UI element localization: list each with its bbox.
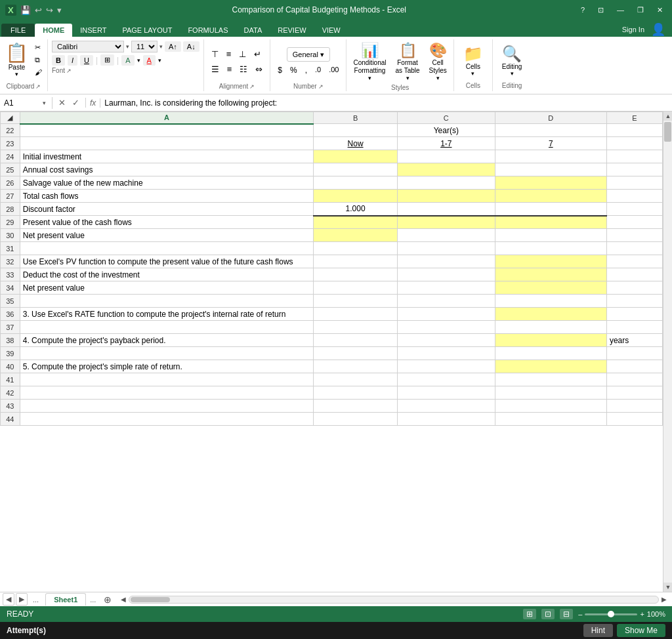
- undo-icon[interactable]: ↩: [35, 5, 42, 15]
- hint-button[interactable]: Hint: [583, 624, 613, 637]
- comma-button[interactable]: ,: [302, 64, 310, 77]
- cell-c31[interactable]: [397, 242, 495, 255]
- cell-d42[interactable]: [495, 386, 606, 400]
- zoom-track[interactable]: [585, 613, 637, 615]
- format-as-table-button[interactable]: 📋 Formatas Table ▾: [393, 41, 423, 83]
- cell-d28[interactable]: [495, 203, 606, 216]
- cell-b25[interactable]: [314, 163, 398, 176]
- align-left-button[interactable]: ☰: [208, 62, 222, 76]
- cell-d38[interactable]: [495, 334, 606, 347]
- cell-d22[interactable]: [495, 124, 606, 137]
- font-family-select[interactable]: Calibri: [52, 41, 124, 52]
- cell-e41[interactable]: [606, 373, 662, 386]
- cell-d30[interactable]: [495, 229, 606, 242]
- cut-button[interactable]: ✂: [32, 42, 45, 53]
- restore-button[interactable]: ⊡: [594, 6, 608, 14]
- close-button[interactable]: ✕: [653, 6, 667, 14]
- conditional-formatting-dropdown[interactable]: ▾: [368, 75, 371, 81]
- zoom-minus-button[interactable]: –: [578, 610, 582, 618]
- cell-e25[interactable]: [606, 163, 662, 176]
- format-painter-button[interactable]: 🖌: [32, 67, 45, 77]
- tab-view[interactable]: VIEW: [314, 24, 348, 37]
- cell-b34[interactable]: [314, 281, 398, 295]
- cell-e33[interactable]: [606, 268, 662, 281]
- cell-d37[interactable]: [495, 321, 606, 334]
- cell-b28[interactable]: 1.000: [314, 203, 398, 216]
- cell-a25[interactable]: Annual cost savings: [20, 163, 314, 176]
- add-sheet-button[interactable]: ⊕: [100, 594, 116, 605]
- page-layout-view-button[interactable]: ⊡: [541, 609, 555, 619]
- decrease-decimal-button[interactable]: .0: [312, 64, 324, 77]
- scroll-sheets-right-button[interactable]: ▶: [16, 593, 28, 606]
- cell-a28[interactable]: Discount factor: [20, 203, 314, 216]
- cell-c41[interactable]: [397, 373, 495, 386]
- cell-c33[interactable]: [397, 268, 495, 281]
- cell-b24[interactable]: [314, 150, 398, 163]
- cell-e23[interactable]: [606, 137, 662, 150]
- save-icon[interactable]: 💾: [20, 5, 31, 15]
- cell-e37[interactable]: [606, 321, 662, 334]
- cell-d39[interactable]: [495, 347, 606, 360]
- vertical-scrollbar[interactable]: ▲ ▼: [663, 112, 672, 592]
- zoom-plus-button[interactable]: +: [640, 610, 644, 618]
- cell-b43[interactable]: [314, 400, 398, 413]
- tab-formulas[interactable]: FORMULAS: [180, 24, 236, 37]
- tab-review[interactable]: REVIEW: [270, 24, 314, 37]
- cell-c28[interactable]: [397, 203, 495, 216]
- col-header-c[interactable]: C: [397, 112, 495, 124]
- tab-insert[interactable]: INSERT: [72, 24, 114, 37]
- paste-button[interactable]: 📋 Paste ▾: [3, 41, 31, 83]
- font-size-select[interactable]: 11: [131, 41, 158, 52]
- cancel-formula-button[interactable]: ✕: [56, 98, 68, 108]
- cell-reference-input[interactable]: [4, 98, 40, 108]
- cell-e44[interactable]: [606, 413, 662, 426]
- font-decrease-button[interactable]: A↓: [183, 41, 200, 52]
- cell-d27[interactable]: [495, 190, 606, 203]
- horizontal-scroll-thumb[interactable]: [131, 597, 170, 602]
- cell-c44[interactable]: [397, 413, 495, 426]
- cell-a32[interactable]: Use Excel's PV function to compute the p…: [20, 255, 314, 268]
- cell-c37[interactable]: [397, 321, 495, 334]
- align-top-button[interactable]: ⊤: [208, 47, 222, 61]
- cell-c22[interactable]: Year(s): [397, 124, 495, 137]
- cell-c29[interactable]: [397, 216, 495, 229]
- zoom-thumb[interactable]: [608, 611, 614, 617]
- quick-access-icon[interactable]: ▾: [57, 5, 62, 15]
- scroll-down-button[interactable]: ▼: [663, 583, 672, 592]
- cell-b37[interactable]: [314, 321, 398, 334]
- cells-button[interactable]: 📁 Cells ▾: [458, 43, 488, 79]
- cell-e30[interactable]: [606, 229, 662, 242]
- cell-a29[interactable]: Present value of the cash flows: [20, 216, 314, 229]
- cell-c43[interactable]: [397, 400, 495, 413]
- cell-b40[interactable]: [314, 360, 398, 373]
- help-button[interactable]: ?: [577, 6, 589, 14]
- wrap-text-button[interactable]: ↵: [251, 47, 264, 61]
- scroll-sheets-left-button[interactable]: ◀: [3, 593, 14, 606]
- cell-b41[interactable]: [314, 373, 398, 386]
- font-increase-button[interactable]: A↑: [165, 41, 181, 52]
- tab-home[interactable]: HOME: [35, 24, 72, 37]
- cell-d41[interactable]: [495, 373, 606, 386]
- cell-a43[interactable]: [20, 400, 314, 413]
- cell-d23[interactable]: 7: [495, 137, 606, 150]
- cell-e35[interactable]: [606, 295, 662, 308]
- copy-button[interactable]: ⧉: [32, 54, 45, 66]
- cell-c38[interactable]: [397, 334, 495, 347]
- align-right-button[interactable]: ☷: [236, 62, 251, 76]
- cell-a23[interactable]: [20, 137, 314, 150]
- number-format-select[interactable]: General ▾: [287, 47, 330, 62]
- cell-a37[interactable]: [20, 321, 314, 334]
- conditional-formatting-button[interactable]: 📊 ConditionalFormatting ▾: [350, 41, 388, 83]
- page-break-view-button[interactable]: ⊟: [560, 609, 573, 619]
- sign-in-area[interactable]: Sign In 👤: [617, 22, 671, 37]
- sheet-tabs-dots[interactable]: ...: [86, 594, 100, 605]
- cell-styles-dropdown[interactable]: ▾: [436, 75, 440, 81]
- cell-b23[interactable]: Now: [314, 137, 398, 150]
- align-middle-button[interactable]: ≡: [223, 47, 235, 61]
- cell-a39[interactable]: [20, 347, 314, 360]
- scroll-right-button[interactable]: ▶: [659, 596, 669, 603]
- cell-d44[interactable]: [495, 413, 606, 426]
- align-bottom-button[interactable]: ⊥: [236, 47, 249, 61]
- cell-d34[interactable]: [495, 281, 606, 295]
- cell-b36[interactable]: [314, 308, 398, 321]
